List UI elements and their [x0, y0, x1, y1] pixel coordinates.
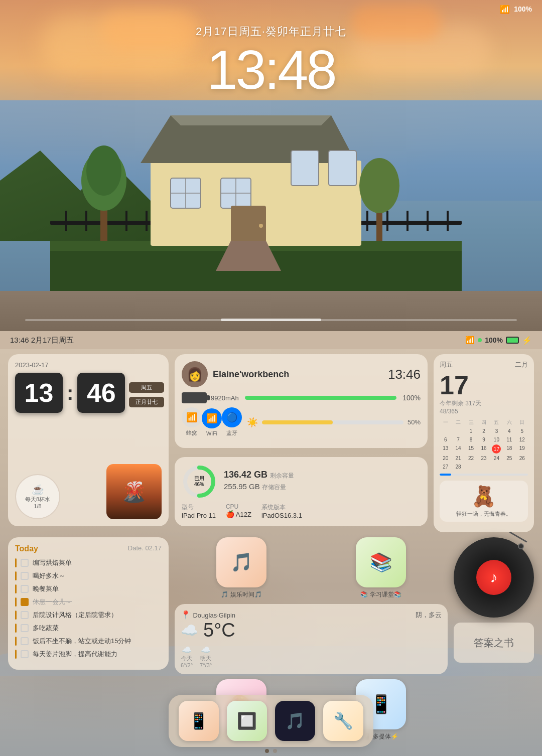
cpu-item: CPU 🍎 A12Z	[226, 503, 251, 519]
svg-rect-7	[146, 211, 148, 231]
todo-cb-7[interactable]	[21, 637, 29, 645]
todo-item-5[interactable]: 后院设计风格（定后院需求）	[15, 611, 162, 620]
todo-item-6[interactable]: 多吃蔬菜	[15, 624, 162, 633]
todo-item-3[interactable]: 晚餐菜单	[15, 584, 162, 593]
cal-d-30	[465, 463, 477, 471]
todo-item-8[interactable]: 每天姜片泡脚，提高代谢能力	[15, 650, 162, 659]
todo-div-5	[15, 611, 17, 620]
svg-rect-33	[329, 150, 356, 186]
storage-used-label: 剩余容量	[270, 472, 294, 479]
signal-wifi[interactable]: 📶 WiFi	[202, 408, 222, 436]
bear-text: 轻狂一场，无悔青春。	[456, 510, 511, 518]
dock-app-4[interactable]: 🔧	[323, 701, 363, 741]
cal-d-11: 10	[491, 436, 502, 443]
weather-forecast: ☁️ 今天 6°/2° ☁️ 明天 7°/3°	[181, 645, 442, 668]
todo-div-1	[15, 558, 17, 567]
signal-bluetooth[interactable]: 🔵 蓝牙	[222, 407, 242, 437]
page-dot-2[interactable]	[273, 749, 277, 753]
todo-cb-5[interactable]	[21, 611, 29, 619]
tomorrow-temp: 7°/3°	[200, 662, 212, 668]
page-dot-1[interactable]	[265, 749, 269, 753]
widget-grid-top: 2023-02-17 13 : 46 周五 正月廿七 ☕ 每天8杯水1/8	[0, 349, 542, 537]
today-icon: ☁️	[181, 645, 193, 655]
todo-item-7[interactable]: 饭后不坐不躺，站立或走动15分钟	[15, 637, 162, 646]
battery-icon-long	[182, 392, 207, 403]
profile-header: 👩 Elaine'workbench 13:46	[182, 361, 421, 387]
svg-point-40	[359, 158, 399, 213]
todo-cb-8[interactable]	[21, 650, 29, 658]
profile-widget: 👩 Elaine'workbench 13:46 9920mAh	[175, 354, 428, 448]
dock-app-2[interactable]: 🔲	[227, 701, 267, 741]
home-wifi-icon: 📶	[465, 336, 475, 345]
todo-text-2: 喝好多水～	[33, 571, 65, 580]
storage-info: 136.42 GB 剩余容量 255.95 GB 存储容量	[224, 470, 421, 494]
brightness-pct: 50%	[408, 418, 421, 426]
dock-app-3[interactable]: 🎵	[275, 701, 315, 741]
weather-temp: 5°C	[203, 620, 235, 641]
clock-flips: 13 : 46	[15, 373, 125, 413]
app-study[interactable]: 📚 📚 学习课堂📚	[314, 537, 448, 599]
todo-text-8: 每天姜片泡脚，提高代谢能力	[33, 650, 117, 659]
signal-cellular[interactable]: 📶 蜂窝	[182, 407, 202, 437]
weather-tomorrow: ☁️ 明天 7°/3°	[200, 645, 212, 668]
dock-3-icon: 🎵	[285, 711, 305, 730]
bear-icon: 🧸	[471, 485, 496, 508]
storage-model: 型号 iPad Pro 11 CPU 🍎 A12Z 系统版本	[182, 503, 421, 519]
todo-item-2[interactable]: 喝好多水～	[15, 571, 162, 580]
music-note-icon: ♪	[490, 569, 498, 586]
cal-d-3: 2	[478, 427, 489, 435]
app-music-label: 🎵 娱乐时间🎵	[221, 590, 261, 599]
weather-main: ☁️ 5°C	[181, 620, 442, 641]
todo-cb-3[interactable]	[21, 585, 29, 593]
todo-cb-4[interactable]	[21, 598, 29, 606]
todo-item-4[interactable]: 休息一会儿～	[15, 597, 162, 607]
home-status-bar: 13:46 2月17日周五 📶 100% ⚡	[0, 331, 542, 349]
dock-app-1[interactable]: 📱	[179, 701, 219, 741]
photo-widget[interactable]: 🌋	[106, 464, 162, 519]
todo-header: Today Date. 02.17	[15, 544, 162, 553]
signal-row: 📶 蜂窝 📶 WiFi 🔵 蓝牙 ☀️	[182, 407, 421, 437]
slide-indicator[interactable]	[221, 319, 321, 321]
clock-widget: 2023-02-17 13 : 46 周五 正月廿七 ☕ 每天8杯水1/8	[8, 354, 169, 526]
cal-d-7: 6	[440, 436, 451, 443]
cal-h-thu: 四	[478, 419, 489, 426]
todo-cb-6[interactable]	[21, 624, 29, 632]
scene-svg	[50, 100, 462, 301]
battery-mah: 9920mAh	[211, 394, 239, 402]
water-widget[interactable]: ☕ 每天8杯水1/8	[15, 474, 60, 519]
cal-d-17: 16	[478, 444, 489, 453]
app-study-icon[interactable]: 📚	[356, 537, 406, 587]
water-text: 每天8杯水1/8	[25, 496, 50, 510]
weather-cloud-icon: ☁️	[181, 622, 198, 639]
cal-d-20: 19	[516, 444, 528, 453]
tomorrow-label: 明天	[200, 655, 212, 662]
home-content: 13:46 2月17日周五 📶 100% ⚡ 2023-02-17 13 : 4…	[0, 331, 542, 756]
cal-d-22: 21	[452, 455, 464, 462]
todo-text-3: 晚餐菜单	[33, 584, 59, 593]
cal-d-33	[503, 463, 515, 471]
location-pin: 📍	[181, 611, 191, 619]
todo-div-3	[15, 584, 17, 593]
storage-used: 136.42 GB	[224, 470, 267, 480]
battery-icon	[506, 337, 519, 344]
flip-sep: :	[67, 382, 73, 404]
svg-rect-6	[125, 211, 127, 231]
cal-header: 周五 二月	[440, 360, 528, 369]
cal-today: 17	[492, 444, 501, 453]
music-widget[interactable]: ♪	[454, 537, 534, 618]
app-music[interactable]: 🎵 🎵 娱乐时间🎵	[175, 537, 308, 599]
todo-item-1[interactable]: 编写烘焙菜单	[15, 558, 162, 567]
cal-h-sun: 日	[516, 419, 528, 426]
storage-row: 已用46% 136.42 GB 剩余容量 255.95 GB 存储容量	[182, 464, 421, 499]
cal-h-wed: 三	[465, 419, 477, 426]
cal-day-num: 17	[440, 372, 528, 398]
weather-location: Douglas·Gilpin	[193, 612, 235, 619]
svg-rect-21	[427, 211, 429, 231]
todo-cb-1[interactable]	[21, 559, 29, 567]
todo-cb-2[interactable]	[21, 572, 29, 580]
answer-book[interactable]: 答案之书	[454, 623, 534, 663]
app-music-icon[interactable]: 🎵	[216, 537, 266, 587]
battery-pct: 100%	[402, 394, 421, 402]
brightness-bar[interactable]	[262, 420, 403, 424]
dock-2-icon: 🔲	[237, 711, 257, 730]
